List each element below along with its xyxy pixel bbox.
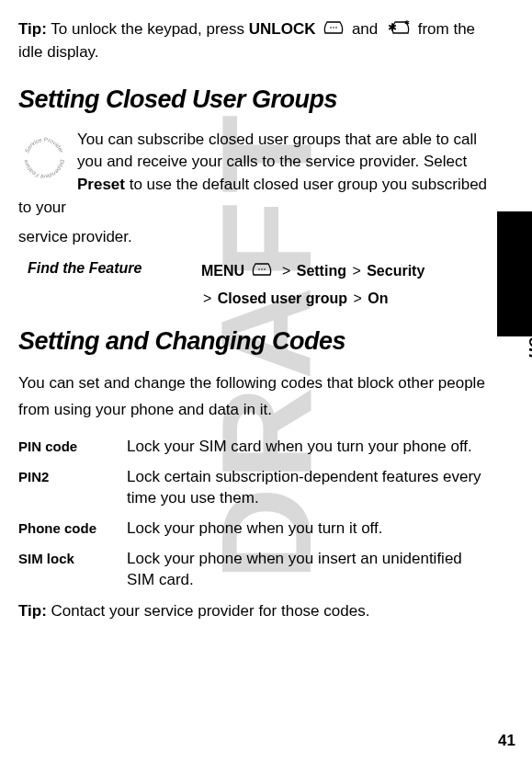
svg-text:✱: ✱	[404, 19, 410, 26]
service-provider-block: Service Provider Dependent Feature You c…	[18, 129, 488, 220]
tip-contact-provider: Tip: Contact your service provider for t…	[18, 602, 488, 621]
menu-navigation-path: MENU > Setting > Security > Closed user …	[201, 258, 424, 312]
svg-point-1	[333, 27, 334, 28]
codes-intro-text: You can set and change the following cod…	[18, 370, 488, 424]
gt-3: >	[203, 290, 211, 306]
code-desc: Lock your SIM card when you turn your ph…	[127, 437, 472, 458]
gt-2: >	[352, 263, 360, 279]
svg-text:Service Provider: Service Provider	[23, 136, 65, 154]
find-the-feature: Find the Feature MENU > Setting > Securi…	[28, 258, 488, 312]
nav-menu: MENU	[201, 263, 244, 279]
tip-text-bottom: Contact your service provider for those …	[47, 602, 370, 620]
code-row-pin: PIN code Lock your SIM card when you tur…	[18, 437, 488, 458]
softkey-icon	[322, 18, 345, 41]
code-label: PIN code	[18, 437, 127, 458]
svg-point-8	[262, 268, 264, 270]
tip-text-1: To unlock the keypad, press	[47, 20, 249, 38]
tip-label: Tip:	[18, 20, 47, 38]
code-desc: Lock certain subscription-dependent feat…	[127, 467, 488, 509]
heading-setting-codes: Setting and Changing Codes	[18, 327, 488, 356]
svg-text:Dependent Feature: Dependent Feature	[22, 158, 66, 179]
service-provider-circle-icon: Service Provider Dependent Feature	[18, 132, 70, 184]
code-row-phone-code: Phone code Lock your phone when you turn…	[18, 518, 488, 540]
code-row-pin2: PIN2 Lock certain subscription-dependent…	[18, 467, 488, 509]
find-feature-label: Find the Feature	[28, 260, 141, 277]
gt-1: >	[282, 263, 290, 279]
star-key-icon: ✱ ✱	[384, 18, 412, 41]
code-label: SIM lock	[18, 549, 127, 591]
svg-point-0	[330, 27, 332, 28]
tip-label-2: Tip:	[18, 602, 47, 620]
code-desc: Lock your phone when you insert an unide…	[127, 549, 488, 591]
code-desc: Lock your phone when you turn it off.	[127, 518, 382, 540]
unlock-key-label: UNLOCK	[249, 20, 316, 38]
tip-unlock-keypad: Tip: To unlock the keypad, press UNLOCK …	[18, 18, 488, 63]
code-label: Phone code	[18, 518, 127, 540]
svg-point-9	[265, 268, 266, 270]
nav-setting: Setting	[297, 263, 346, 279]
svg-point-2	[335, 27, 337, 28]
code-label: PIN2	[18, 467, 127, 509]
nav-on: On	[368, 290, 388, 306]
tip-text-2: and	[347, 20, 382, 38]
nav-closed-user-group: Closed user group	[218, 290, 347, 306]
code-row-sim-lock: SIM lock Lock your phone when you insert…	[18, 549, 488, 591]
menu-softkey-icon	[250, 259, 274, 284]
preset-label: Preset	[77, 176, 125, 193]
gt-4: >	[354, 290, 362, 306]
heading-closed-user-groups: Setting Closed User Groups	[18, 85, 488, 114]
nav-security: Security	[367, 263, 424, 279]
cug-body-a: You can subscribe closed user groups tha…	[77, 131, 477, 171]
page-content: Tip: To unlock the keypad, press UNLOCK …	[0, 0, 532, 763]
closed-user-groups-body: You can subscribe closed user groups tha…	[18, 129, 488, 220]
codes-table: PIN code Lock your SIM card when you tur…	[18, 437, 488, 591]
svg-point-7	[259, 268, 261, 270]
cug-body-c: service provider.	[18, 226, 488, 249]
